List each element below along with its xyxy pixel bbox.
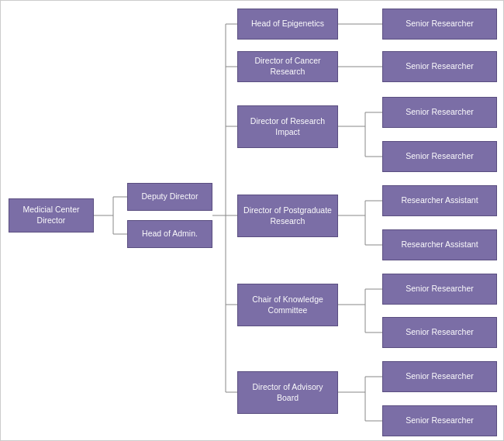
- node-director_advisory: Director of Advisory Board: [237, 371, 338, 414]
- node-sr4: Senior Researcher: [382, 141, 497, 172]
- node-ra2: Researcher Assistant: [382, 229, 497, 260]
- node-director_research_impact: Director of Research Impact: [237, 105, 338, 148]
- node-director_postgraduate: Director of Postgraduate Research: [237, 195, 338, 237]
- node-sr6: Senior Researcher: [382, 317, 497, 348]
- node-sr2: Senior Researcher: [382, 51, 497, 82]
- node-head_epigenetics: Head of Epigenetics: [237, 9, 338, 40]
- node-director_cancer: Director of Cancer Research: [237, 51, 338, 82]
- node-sr8: Senior Researcher: [382, 405, 497, 436]
- node-head_of_admin: Head of Admin.: [127, 220, 212, 248]
- node-sr5: Senior Researcher: [382, 274, 497, 305]
- node-medical_center_director: Medicial Center Director: [9, 198, 94, 233]
- node-sr3: Senior Researcher: [382, 97, 497, 128]
- node-deputy_director: Deputy Director: [127, 183, 212, 211]
- node-chair_knowledge: Chair of Knowledge Committee: [237, 284, 338, 326]
- org-chart: Medicial Center DirectorDeputy DirectorH…: [0, 0, 504, 441]
- node-sr7: Senior Researcher: [382, 361, 497, 392]
- node-ra1: Researcher Assistant: [382, 185, 497, 216]
- node-sr1: Senior Researcher: [382, 9, 497, 40]
